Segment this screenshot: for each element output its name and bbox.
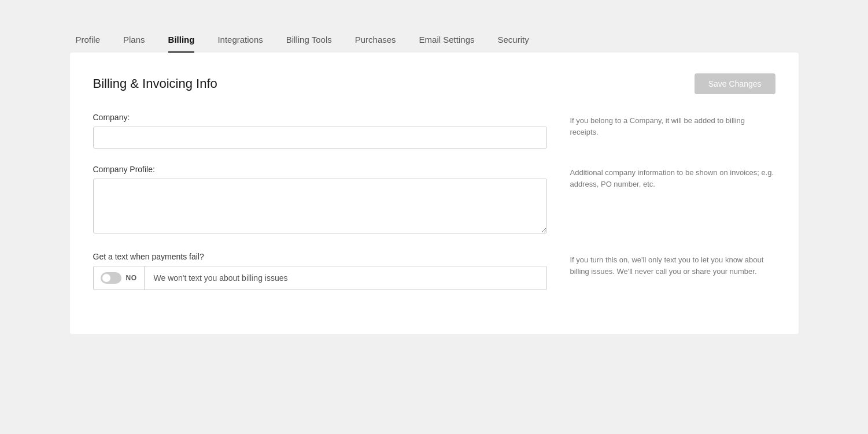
text-payments-hint: If you turn this on, we'll only text you…	[570, 252, 775, 277]
company-profile-field-left: Company Profile:	[93, 165, 547, 236]
billing-content-card: Billing & Invoicing Info Save Changes Co…	[70, 53, 799, 334]
text-payments-label: Get a text when payments fail?	[93, 252, 547, 261]
company-hint: If you belong to a Company, it will be a…	[570, 113, 775, 138]
tab-billing-tools[interactable]: Billing Tools	[286, 35, 332, 53]
toggle-state-label: NO	[126, 274, 137, 282]
text-payments-left: Get a text when payments fail? NO We won…	[93, 252, 547, 290]
text-payments-hint-text: If you turn this on, we'll only text you…	[570, 255, 764, 276]
toggle-track	[101, 272, 121, 284]
company-field-left: Company:	[93, 113, 547, 149]
tab-profile[interactable]: Profile	[76, 35, 101, 53]
page-title: Billing & Invoicing Info	[93, 76, 217, 91]
text-payments-row: Get a text when payments fail? NO We won…	[93, 252, 775, 290]
toggle-row: NO We won't text you about billing issue…	[93, 266, 547, 290]
tab-billing[interactable]: Billing	[168, 35, 195, 53]
save-changes-button[interactable]: Save Changes	[695, 73, 775, 94]
tab-plans[interactable]: Plans	[123, 35, 145, 53]
tab-purchases[interactable]: Purchases	[355, 35, 396, 53]
toggle-switch[interactable]	[101, 272, 121, 284]
company-profile-hint-text: Additional company information to be sho…	[570, 168, 774, 188]
tab-integrations[interactable]: Integrations	[217, 35, 263, 53]
toggle-thumb	[102, 274, 110, 282]
page-container: Profile Plans Billing Integrations Billi…	[70, 35, 799, 334]
tab-email-settings[interactable]: Email Settings	[419, 35, 475, 53]
card-header: Billing & Invoicing Info Save Changes	[93, 73, 775, 94]
company-label: Company:	[93, 113, 547, 122]
toggle-wrapper[interactable]: NO	[94, 266, 145, 290]
company-profile-textarea[interactable]	[93, 179, 547, 233]
company-profile-hint: Additional company information to be sho…	[570, 165, 775, 190]
toggle-message-text: We won't text you about billing issues	[154, 273, 288, 283]
company-profile-label: Company Profile:	[93, 165, 547, 174]
tab-security[interactable]: Security	[497, 35, 529, 53]
company-profile-field-row: Company Profile: Additional company info…	[93, 165, 775, 236]
nav-tabs: Profile Plans Billing Integrations Billi…	[70, 35, 799, 53]
company-hint-text: If you belong to a Company, it will be a…	[570, 116, 745, 136]
company-input[interactable]	[93, 127, 547, 149]
toggle-message: We won't text you about billing issues	[145, 266, 546, 290]
company-field-row: Company: If you belong to a Company, it …	[93, 113, 775, 149]
